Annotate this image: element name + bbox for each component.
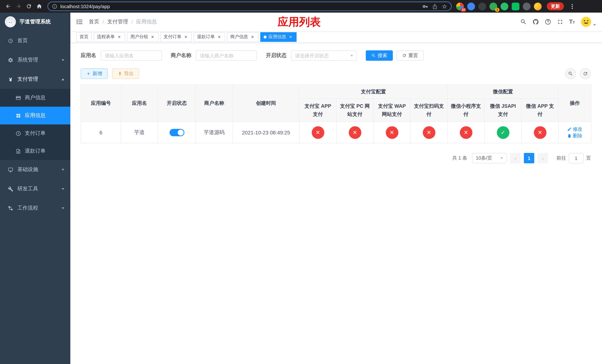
- sidebar-toggle-button[interactable]: [70, 13, 89, 31]
- gear-icon: [8, 57, 13, 63]
- page-size-value: 10条/页: [476, 155, 492, 161]
- tab-merchant-info[interactable]: 商户信息×: [227, 32, 258, 42]
- extension-icon-4[interactable]: 1: [489, 2, 497, 10]
- status-disabled-icon: ✕: [349, 126, 361, 139]
- app-name-input[interactable]: [101, 50, 162, 61]
- sidebar-item-payment[interactable]: ¥ 支付管理: [0, 70, 70, 89]
- reset-button[interactable]: 重置: [397, 50, 424, 61]
- app-logo[interactable]: 芋道管理系统: [0, 13, 70, 31]
- prev-page-button[interactable]: ‹: [510, 153, 521, 163]
- goto-page-input[interactable]: [569, 153, 583, 163]
- extension-icon-2[interactable]: [467, 2, 475, 10]
- breadcrumb-current: 应用信息: [136, 19, 157, 25]
- sidebar-item-home[interactable]: 首页: [0, 31, 70, 50]
- browser-forward-button[interactable]: [13, 1, 24, 11]
- tab-close-icon[interactable]: ×: [117, 34, 122, 39]
- address-bar[interactable]: localhost:1024/pay/app: [47, 1, 452, 11]
- search-icon[interactable]: [520, 19, 527, 25]
- breadcrumb-separator: /: [103, 19, 104, 25]
- delete-link[interactable]: 删除: [567, 132, 582, 139]
- user-menu[interactable]: [580, 16, 596, 27]
- chevron-up-icon: [62, 78, 64, 80]
- chevron-down-icon: [62, 188, 64, 190]
- status-select-input[interactable]: [291, 50, 357, 61]
- workflow-icon: [8, 205, 13, 211]
- sidebar-item-app-info[interactable]: 应用信息: [0, 107, 70, 124]
- tab-payment-orders[interactable]: 支付订单×: [160, 32, 192, 42]
- refresh-table-button[interactable]: [580, 68, 591, 79]
- extension-icon-6[interactable]: [512, 2, 519, 10]
- tab-close-icon[interactable]: ×: [250, 34, 255, 39]
- bookmark-star-icon[interactable]: [442, 3, 447, 9]
- extension-icon-5[interactable]: [501, 2, 508, 10]
- breadcrumb-payment[interactable]: 支付管理: [107, 19, 128, 25]
- right-toolbar: [565, 68, 591, 79]
- browser-home-button[interactable]: [34, 1, 44, 11]
- breadcrumb-home[interactable]: 首页: [89, 19, 99, 25]
- share-icon[interactable]: [432, 3, 438, 9]
- extension-icon-7[interactable]: [523, 2, 531, 10]
- col-wechat-app: 微信 APP 支付: [521, 99, 559, 122]
- reload-icon: [26, 3, 32, 9]
- tab-close-icon[interactable]: ×: [288, 34, 293, 39]
- sidebar-item-merchant-info[interactable]: 商户信息: [0, 89, 70, 107]
- sidebar-item-system[interactable]: 系统管理: [0, 50, 70, 70]
- tab-app-info-active[interactable]: 应用信息×: [260, 32, 297, 42]
- col-status: 开启状态: [158, 85, 196, 122]
- sidebar-item-label: 工作流程: [17, 205, 38, 212]
- chevron-down-icon: [62, 169, 64, 171]
- next-page-button[interactable]: ›: [538, 153, 548, 163]
- password-key-icon[interactable]: [422, 3, 428, 9]
- fullscreen-icon[interactable]: [557, 19, 563, 25]
- extensions-area: 10 1 更新: [456, 2, 575, 11]
- toggle-search-button[interactable]: [565, 68, 576, 79]
- font-size-icon[interactable]: TT: [569, 19, 575, 25]
- add-button[interactable]: 新增: [81, 68, 108, 79]
- tab-home[interactable]: 首页: [76, 32, 92, 42]
- tab-user-group[interactable]: 用户分组×: [127, 32, 159, 42]
- yen-icon: ¥: [8, 76, 13, 82]
- sidebar-item-refund-orders[interactable]: 退款订单: [0, 142, 70, 160]
- site-info-icon[interactable]: [52, 3, 57, 9]
- col-alipay-pc: 支付宝 PC 网站支付: [336, 99, 373, 122]
- page-size-select[interactable]: 10条/页: [472, 153, 507, 163]
- export-button[interactable]: 导出: [112, 68, 139, 79]
- page-unit-label: 页: [586, 155, 591, 161]
- github-icon[interactable]: [532, 19, 539, 25]
- search-icon: [371, 53, 376, 58]
- cell-app-id: 6: [81, 122, 121, 143]
- edit-link[interactable]: 修改: [567, 126, 582, 132]
- chrome-update-button[interactable]: 更新: [547, 2, 564, 10]
- browser-back-button[interactable]: [3, 1, 13, 11]
- extension-icon-3[interactable]: [478, 2, 486, 10]
- card-icon: [16, 95, 21, 101]
- sidebar-item-payment-orders[interactable]: 支付订单: [0, 124, 70, 142]
- profile-avatar-icon[interactable]: [534, 2, 542, 10]
- browser-menu-icon[interactable]: [569, 2, 575, 11]
- tab-close-icon[interactable]: ×: [183, 34, 188, 39]
- tab-close-icon[interactable]: ×: [216, 34, 222, 39]
- status-select[interactable]: [291, 50, 357, 61]
- cell-app-name: 芋道: [121, 122, 158, 143]
- url-text[interactable]: localhost:1024/pay/app: [60, 3, 110, 9]
- sidebar-item-dev-tools[interactable]: 研发工具: [0, 179, 70, 198]
- monitor-icon: [8, 167, 13, 172]
- help-icon[interactable]: [545, 19, 551, 25]
- page-number-1[interactable]: 1: [524, 153, 534, 163]
- sidebar-item-workflow[interactable]: 工作流程: [0, 198, 70, 218]
- merchant-name-input[interactable]: [196, 50, 257, 61]
- tab-refund-orders[interactable]: 退款订单×: [194, 32, 225, 42]
- tab-process-form[interactable]: 流程表单×: [94, 32, 125, 42]
- breadcrumb-separator: /: [131, 19, 133, 25]
- search-button[interactable]: 搜索: [366, 50, 393, 61]
- sidebar-item-infrastructure[interactable]: 基础设施: [0, 160, 70, 179]
- browser-reload-button[interactable]: [24, 1, 34, 11]
- pagination: 共 1 条 10条/页 ‹ 1 › 前往 页: [81, 153, 591, 163]
- hamburger-icon: [76, 18, 83, 26]
- tab-close-icon[interactable]: ×: [150, 34, 155, 39]
- screen: localhost:1024/pay/app 10 1 更新: [0, 0, 602, 364]
- extension-icon-1[interactable]: 10: [456, 2, 464, 10]
- cell-status: [158, 122, 196, 143]
- chevron-down-icon: [62, 207, 64, 209]
- status-switch[interactable]: [169, 129, 184, 136]
